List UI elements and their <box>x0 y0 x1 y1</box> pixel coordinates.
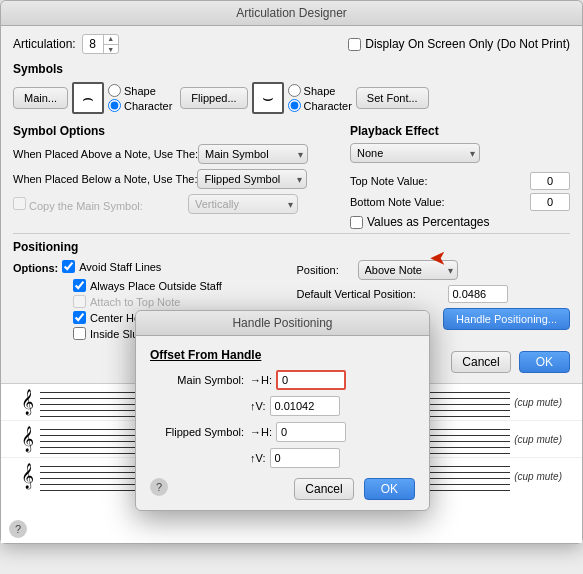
cup-mute-3: (cup mute) <box>514 471 562 482</box>
treble-clef-1: 𝄞 <box>21 389 34 415</box>
main-tv-arrow: ↑V: <box>250 400 266 412</box>
dialog-buttons: ? Cancel OK <box>150 478 415 500</box>
values-as-pct[interactable]: Values as Percentages <box>350 215 570 229</box>
below-label: When Placed Below a Note, Use The: <box>13 173 197 185</box>
treble-clef-3: 𝄞 <box>21 463 34 489</box>
dvp-input[interactable] <box>448 285 508 303</box>
below-row: When Placed Below a Note, Use The: Main … <box>13 169 334 189</box>
values-as-pct-label: Values as Percentages <box>367 215 490 229</box>
symbols-title: Symbols <box>13 62 570 76</box>
main-button[interactable]: Main... <box>13 87 68 109</box>
ok-button[interactable]: OK <box>519 351 570 373</box>
options-label-static: Options: <box>13 262 58 274</box>
articulation-spinner[interactable]: 8 ▲ ▼ <box>82 34 119 54</box>
symbols-row: Main... ⌢ Shape Character <box>13 82 570 114</box>
flipped-button[interactable]: Flipped... <box>180 87 247 109</box>
playback-none-row: None <box>350 143 570 167</box>
articulation-row: Articulation: 8 ▲ ▼ Display On Screen On… <box>13 34 570 54</box>
window-title: Articulation Designer <box>236 6 347 20</box>
position-row: Position: Above Note Below Note <box>297 260 571 280</box>
above-select[interactable]: Main Symbol Flipped Symbol None <box>198 144 308 164</box>
dialog-help-button[interactable]: ? <box>150 478 168 496</box>
positioning-title: Positioning <box>13 240 570 254</box>
title-bar: Articulation Designer <box>1 1 582 26</box>
bottom-note-row: Bottom Note Value: <box>350 193 570 211</box>
main-symbol-box: ⌢ <box>72 82 104 114</box>
dialog-cancel-button[interactable]: Cancel <box>294 478 353 500</box>
above-select-wrap: Main Symbol Flipped Symbol None <box>198 144 308 164</box>
spinner-arrows: ▲ ▼ <box>103 34 118 54</box>
values-as-pct-check[interactable] <box>350 216 363 229</box>
flipped-symbol-char: ⌣ <box>262 88 274 109</box>
below-select[interactable]: Main Symbol Flipped Symbol None <box>197 169 307 189</box>
dialog-body: Offset From Handle Main Symbol: →H: ↑V: … <box>136 336 429 510</box>
position-label: Position: <box>297 264 352 276</box>
flipped-radio-group: Shape Character <box>288 84 352 112</box>
bottom-note-label: Bottom Note Value: <box>350 196 445 208</box>
articulation-left: Articulation: 8 ▲ ▼ <box>13 34 119 54</box>
top-note-input[interactable] <box>530 172 570 190</box>
main-shape-radio[interactable]: Shape <box>108 84 172 97</box>
avoid-staff-lines-cb[interactable]: Avoid Staff Lines <box>62 260 161 273</box>
symbol-options-title: Symbol Options <box>13 124 334 138</box>
position-select-wrap: Above Note Below Note <box>358 260 458 280</box>
below-select-wrap: Main Symbol Flipped Symbol None <box>197 169 307 189</box>
cup-mute-2: (cup mute) <box>514 434 562 445</box>
top-note-label: Top Note Value: <box>350 175 427 187</box>
two-col-section: Symbol Options When Placed Above a Note,… <box>13 124 570 229</box>
playback-title: Playback Effect <box>350 124 570 138</box>
handle-positioning-dialog: Handle Positioning Offset From Handle Ma… <box>135 310 430 511</box>
spinner-up[interactable]: ▲ <box>104 34 118 45</box>
copy-select: Vertically <box>188 194 298 214</box>
set-font-button[interactable]: Set Font... <box>356 87 429 109</box>
cup-mute-1: (cup mute) <box>514 397 562 408</box>
flipped-shape-radio[interactable]: Shape <box>288 84 352 97</box>
articulation-value: 8 <box>83 37 103 51</box>
help-button[interactable]: ? <box>9 520 27 538</box>
spinner-down[interactable]: ▼ <box>104 45 118 55</box>
playback-col: Playback Effect None Top Note Value: Bot… <box>350 124 570 229</box>
flipped-shape-label: Shape <box>304 85 336 97</box>
main-character-radio[interactable]: Character <box>108 99 172 112</box>
main-h-input[interactable] <box>276 370 346 390</box>
main-v-input[interactable] <box>270 396 340 416</box>
main-h-arrow: →H: <box>250 374 272 386</box>
main-radio-group: Shape Character <box>108 84 172 112</box>
main-symbol-char: ⌢ <box>82 88 94 109</box>
position-select[interactable]: Above Note Below Note <box>358 260 458 280</box>
flipped-v-row: ↑V: <box>150 448 415 468</box>
flipped-symbol-row: Flipped Symbol: →H: <box>150 422 415 442</box>
above-row: When Placed Above a Note, Use The: Main … <box>13 144 334 164</box>
display-on-screen-check[interactable] <box>348 38 361 51</box>
playback-select[interactable]: None <box>350 143 480 163</box>
main-symbol-dialog-label: Main Symbol: <box>150 374 250 386</box>
offset-title: Offset From Handle <box>150 348 415 362</box>
copy-row: Copy the Main Symbol: Vertically <box>13 194 334 214</box>
flipped-character-radio[interactable]: Character <box>288 99 352 112</box>
top-note-row: Top Note Value: <box>350 172 570 190</box>
flipped-symbol-dialog-label: Flipped Symbol: <box>150 426 250 438</box>
flipped-h-arrow: →H: <box>250 426 272 438</box>
handle-positioning-button[interactable]: Handle Positioning... <box>443 308 570 330</box>
flipped-symbol-box: ⌣ <box>252 82 284 114</box>
cancel-button[interactable]: Cancel <box>451 351 510 373</box>
flipped-h-input[interactable] <box>276 422 346 442</box>
display-on-screen-checkbox[interactable]: Display On Screen Only (Do Not Print) <box>348 37 570 51</box>
main-character-label: Character <box>124 100 172 112</box>
symbols-section: Symbols Main... ⌢ Shape <box>13 62 570 114</box>
main-v-row: ↑V: <box>150 396 415 416</box>
flipped-v-input[interactable] <box>270 448 340 468</box>
always-place-outside-cb[interactable]: Always Place Outside Staff <box>13 279 287 292</box>
copy-checkbox <box>13 197 26 210</box>
bottom-note-input[interactable] <box>530 193 570 211</box>
main-symbol-group: Main... ⌢ Shape Character <box>13 82 172 114</box>
dialog-ok-button[interactable]: OK <box>364 478 415 500</box>
flipped-character-label: Character <box>304 100 352 112</box>
dvp-label: Default Vertical Position: <box>297 288 442 300</box>
dialog-title-bar: Handle Positioning <box>136 311 429 336</box>
playback-select-wrap: None <box>350 143 480 163</box>
flipped-symbol-group: Flipped... ⌣ Shape Character <box>180 82 428 114</box>
dialog-window: Handle Positioning Offset From Handle Ma… <box>135 310 430 511</box>
display-on-screen-label: Display On Screen Only (Do Not Print) <box>365 37 570 51</box>
articulation-label: Articulation: <box>13 37 76 51</box>
